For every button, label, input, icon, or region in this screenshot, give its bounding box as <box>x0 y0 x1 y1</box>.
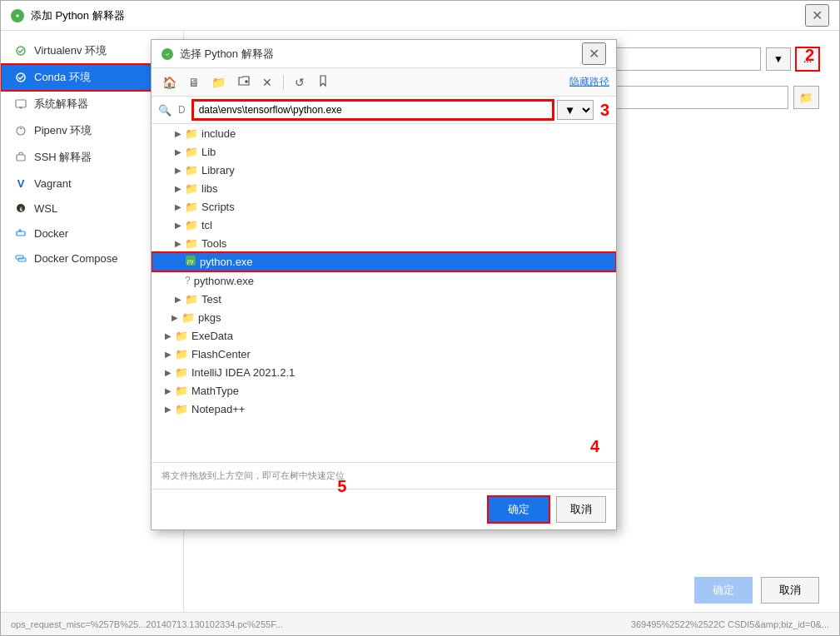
folder-icon-include: 📁 <box>185 127 198 140</box>
dialog-title: 添加 Python 解释器 <box>31 8 125 23</box>
tree-label-scripts: Scripts <box>201 201 235 213</box>
tree-label-tcl: tcl <box>201 219 212 231</box>
docker-compose-icon <box>14 251 27 265</box>
folder-icon-tcl: 📁 <box>185 219 198 231</box>
expand-arrow-scripts: ▶ <box>171 200 185 213</box>
tree-item-scripts[interactable]: ▶ 📁 Scripts <box>152 197 616 216</box>
tree-label-flashcenter: FlashCenter <box>191 348 251 360</box>
tree-item-include[interactable]: ▶ 📁 include <box>152 124 616 142</box>
file-dialog-toolbar: 🏠 🖥 📁 ✕ ↺ 隐藏路径 <box>152 68 616 97</box>
interpreter-dropdown-button[interactable]: ▼ <box>766 47 791 71</box>
folder-icon-flashcenter: 📁 <box>175 348 188 360</box>
sidebar-label-system: 系统解释器 <box>34 97 88 112</box>
bottom-hint: 将文件拖放到上方空间，即可在树中快速定位 <box>162 470 345 482</box>
path-input[interactable] <box>192 100 554 120</box>
tree-item-python-exe[interactable]: ▶ py python.exe <box>152 252 616 271</box>
content-area: Virtualenv 环境 Conda 环境 1 系统解释器 <box>1 31 839 612</box>
pipenv-icon <box>14 124 27 137</box>
sidebar-label-virtualenv: Virtualenv 环境 <box>34 43 107 58</box>
tree-label-lib: Lib <box>201 146 216 158</box>
sidebar-label-conda: Conda 环境 <box>34 70 91 85</box>
path-dropdown[interactable]: ▼ <box>557 100 594 120</box>
folder-icon-intellij: 📁 <box>175 366 188 379</box>
file-search-row: 🔍 D ▼ 3 <box>152 97 616 124</box>
expand-arrow-mathtype: ▶ <box>162 384 175 397</box>
tree-item-pythonw-exe[interactable]: ▶ ? pythonw.exe <box>152 271 616 290</box>
home-button[interactable]: 🏠 <box>158 73 181 92</box>
delete-button[interactable]: ✕ <box>258 73 276 92</box>
close-button[interactable]: ✕ <box>805 4 829 27</box>
file-chooser-dialog: 选择 Python 解释器 ✕ 🏠 🖥 📁 ✕ ↺ <box>151 39 617 530</box>
status-bar: ops_request_misc=%257B%25...20140713.130… <box>1 612 839 635</box>
desktop-button[interactable]: 🖥 <box>184 73 204 92</box>
python-exe-icon: py <box>185 255 196 269</box>
tree-item-exemdata[interactable]: ▶ 📁 ExeData <box>152 326 616 345</box>
tree-item-lib[interactable]: ▶ 📁 Lib <box>152 142 616 161</box>
file-dialog-title-text: 选择 Python 解释器 <box>180 47 274 62</box>
svg-rect-3 <box>16 100 26 107</box>
folder-icon-mathtype: 📁 <box>175 385 188 397</box>
tree-label-pythonw-exe: pythonw.exe <box>194 275 254 287</box>
tree-item-notepadpp[interactable]: ▶ 📁 Notepad++ <box>152 400 616 418</box>
folder-icon-libs: 📁 <box>185 182 198 195</box>
folder-icon-exemdata: 📁 <box>175 330 188 342</box>
file-tree[interactable]: ▶ 📁 include ▶ 📁 Lib ▶ 📁 Library <box>152 124 616 462</box>
folder-button[interactable]: 📁 <box>207 73 230 92</box>
file-dialog-icon <box>162 48 173 60</box>
file-dialog-title-bar: 选择 Python 解释器 ✕ <box>152 40 616 68</box>
expand-arrow-test: ▶ <box>171 292 185 306</box>
main-dialog-actions: 确定 取消 <box>694 577 819 604</box>
folder-icon-lib: 📁 <box>185 146 198 158</box>
drive-label: D <box>175 102 189 117</box>
hide-path-button[interactable]: 隐藏路径 <box>569 75 609 89</box>
main-cancel-button[interactable]: 取消 <box>761 577 819 604</box>
tree-item-tcl[interactable]: ▶ 📁 tcl <box>152 216 616 234</box>
sidebar-label-docker: Docker <box>34 227 68 240</box>
tree-item-test[interactable]: ▶ 📁 Test <box>152 290 616 308</box>
expand-arrow-exemdata: ▶ <box>162 329 175 342</box>
expand-arrow-pkgs: ▶ <box>168 311 181 324</box>
bookmark-button[interactable] <box>312 72 334 92</box>
tree-item-flashcenter[interactable]: ▶ 📁 FlashCenter <box>152 345 616 363</box>
tree-item-libs[interactable]: ▶ 📁 libs <box>152 179 616 197</box>
expand-arrow-include: ▶ <box>171 127 185 140</box>
tree-label-tools: Tools <box>201 237 226 250</box>
pythonw-icon: ? <box>185 275 191 286</box>
expand-arrow-python: ▶ <box>171 256 185 269</box>
sidebar-label-ssh: SSH 解释器 <box>34 150 92 165</box>
file-dialog-cancel-button[interactable]: 取消 <box>556 496 606 523</box>
new-folder-button[interactable] <box>233 72 255 92</box>
tree-item-pkgs[interactable]: ▶ 📁 pkgs <box>152 308 616 326</box>
svg-text:py: py <box>187 258 194 265</box>
tree-label-mathtype: MathType <box>191 385 239 397</box>
tree-item-tools[interactable]: ▶ 📁 Tools <box>152 234 616 252</box>
folder-icon: 📁 <box>799 92 813 104</box>
ssh-icon <box>14 151 27 164</box>
main-ok-button[interactable]: 确定 <box>694 577 753 604</box>
status-left: ops_request_misc=%257B%25...20140713.130… <box>11 619 283 629</box>
file-dialog-confirm-button[interactable]: 确定 <box>488 496 549 523</box>
tree-item-mathtype[interactable]: ▶ 📁 MathType <box>152 381 616 400</box>
docker-icon <box>14 226 27 240</box>
folder-icon-tools: 📁 <box>185 237 198 250</box>
file-dialog-close-button[interactable]: ✕ <box>582 42 606 65</box>
expand-arrow-libs: ▶ <box>171 181 185 195</box>
expand-arrow-library: ▶ <box>171 163 185 176</box>
tree-item-library[interactable]: ▶ 📁 Library <box>152 161 616 179</box>
conda-browse-button[interactable]: 📁 <box>793 86 819 109</box>
right-panel: 解释器： ↻ ▼ ... 2 Conda 可执行文件： 📁 <box>184 31 839 612</box>
tree-label-pkgs: pkgs <box>198 311 221 324</box>
status-right: 369495%2522%2522C CSDI5&amp;biz_id=0&... <box>631 619 829 629</box>
folder-icon-scripts: 📁 <box>185 201 198 213</box>
refresh-button[interactable]: ↺ <box>291 73 309 92</box>
title-icon <box>11 9 24 22</box>
wsl-icon: 🐧 <box>14 201 27 215</box>
file-dialog-bottom: 将文件拖放到上方空间，即可在树中快速定位 <box>152 462 616 489</box>
badge-4: 4 <box>590 437 599 456</box>
expand-arrow-pythonw: ▶ <box>171 274 185 287</box>
expand-arrow-notepadpp: ▶ <box>162 402 175 415</box>
sidebar-label-docker-compose: Docker Compose <box>34 252 117 265</box>
tree-item-intellij[interactable]: ▶ 📁 IntelliJ IDEA 2021.2.1 <box>152 363 616 381</box>
folder-icon-test: 📁 <box>185 293 198 306</box>
svg-rect-11 <box>19 230 21 231</box>
